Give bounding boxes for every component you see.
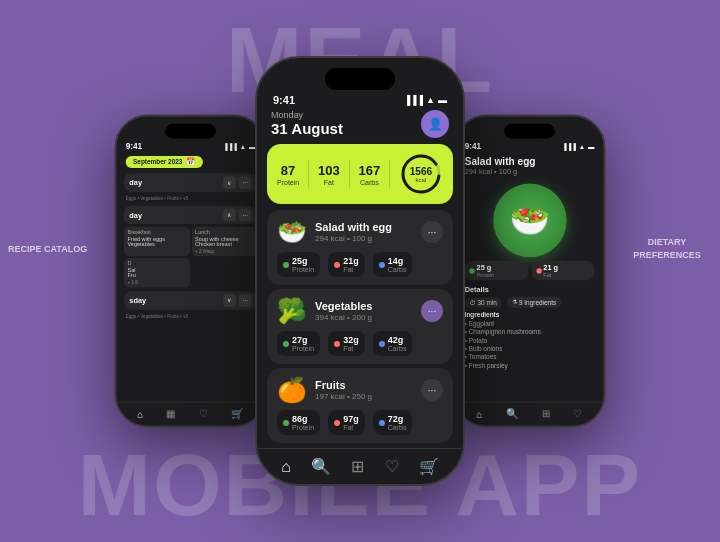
right-macros: 25 g Protein 21 g Fat <box>455 261 603 280</box>
food-card-vegetables: 🥦 Vegetables 394 kcal • 200 g ··· 27gPro… <box>267 289 453 364</box>
food-card-fruits: 🍊 Fruits 197 kcal • 250 g ··· 86gProtein… <box>267 368 453 443</box>
right-fat-label: Fat <box>543 272 558 278</box>
veg-carbs-value: 42g <box>388 335 407 345</box>
salad-kcal: 294 kcal • 100 g <box>315 234 392 243</box>
meal-lunch-item2: Chicken breast <box>195 242 253 248</box>
fruit-fat-dot <box>334 420 340 426</box>
status-time-right: 9:41 <box>465 141 482 150</box>
veg-protein-label: Protein <box>292 345 314 352</box>
nav-search-center[interactable]: 🔍 <box>311 457 331 476</box>
nav-heart-right[interactable]: ♡ <box>573 408 582 420</box>
battery-icon-center: ▬ <box>438 95 447 105</box>
status-bar-center: 9:41 ▐▐▐ ▲ ▬ <box>257 90 463 106</box>
fruit-carbs-label: Carbs <box>388 424 407 431</box>
veg-carbs-dot <box>379 341 385 347</box>
fat-dot <box>334 262 340 268</box>
left-day-3-items: Eggs • Vegetables • Fruits • +5 <box>124 312 257 319</box>
meal-lunch-more: + 2 блюд <box>195 248 253 254</box>
salad-carbs: 14g Carbs <box>373 252 413 277</box>
center-avatar[interactable]: 👤 <box>421 110 449 138</box>
status-bar-left: 9:41 ▐▐▐ ▲ ▬ <box>116 139 264 151</box>
nav-cart-icon-left[interactable]: 🛒 <box>231 408 244 420</box>
nav-home-center[interactable]: ⌂ <box>281 458 291 476</box>
food-card-veg-left: 🥦 Vegetables 394 kcal • 200 g <box>277 297 372 325</box>
veg-more-btn[interactable]: ··· <box>421 300 443 322</box>
right-fat-data: 21 g Fat <box>543 264 558 278</box>
more-btn-1[interactable]: ··· <box>239 176 252 189</box>
calendar-icon: 📅 <box>186 158 195 166</box>
collapse-btn-2[interactable]: ∧ <box>223 208 236 221</box>
right-protein-data: 25 g Protein <box>477 264 494 278</box>
stat-carbs: 167 Carbs <box>358 163 380 186</box>
fruit-carbs: 72gCarbs <box>373 410 413 435</box>
left-bottom-nav: ⌂ ▦ ♡ 🛒 <box>116 402 264 426</box>
salad-emoji: 🥗 <box>277 218 307 246</box>
fruit-kcal: 197 kcal • 250 g <box>315 392 372 401</box>
nav-add-right[interactable]: ⊞ <box>542 408 550 420</box>
nav-heart-icon-left[interactable]: ♡ <box>199 408 208 420</box>
time-badge: ⏱ 30 min <box>465 297 502 307</box>
left-day-1-items: Eggs • Vegetables • Fruits • +5 <box>124 195 257 202</box>
expand-btn-3[interactable]: ∨ <box>223 294 236 307</box>
dynamic-island-right <box>504 124 555 139</box>
kcal-ring-svg <box>399 152 443 196</box>
meal-cell-breakfast: Breakfast Fried with eggs Vegetables <box>124 227 190 256</box>
right-protein-label: Protein <box>477 272 494 278</box>
more-btn-2[interactable]: ··· <box>239 208 252 221</box>
wifi-icon-right: ▲ <box>579 143 585 149</box>
food-salad-info: Salad with egg 294 kcal • 100 g <box>315 221 392 243</box>
nav-home-right[interactable]: ⌂ <box>476 409 482 420</box>
status-icons-right: ▐▐▐ ▲ ▬ <box>562 143 594 149</box>
ingredients-icon: ⚗ <box>512 299 518 306</box>
left-day-row-3: sday ∨ ··· <box>124 291 257 309</box>
right-phone-content: Salad with egg 294 kcal • 100 g 🥗 25 g P… <box>455 150 603 427</box>
right-protein-value: 25 g <box>477 264 494 272</box>
left-date-input[interactable]: September 2023 📅 <box>126 156 203 168</box>
stats-card: 87 Protein 103 Fat 167 Carbs 15 <box>267 144 453 204</box>
nav-search-right[interactable]: 🔍 <box>506 408 519 420</box>
fruit-fat-value: 97g <box>343 414 359 424</box>
ingredient-3: Potato <box>465 337 595 343</box>
left-header: September 2023 📅 <box>116 152 264 171</box>
svg-point-1 <box>403 156 439 192</box>
veg-fat-label: Fat <box>343 345 359 352</box>
nav-home-icon-left[interactable]: ⌂ <box>137 409 143 420</box>
fruit-fat: 97gFat <box>328 410 365 435</box>
fruit-more-btn[interactable]: ··· <box>421 379 443 401</box>
status-icons-left: ▐▐▐ ▲ ▬ <box>223 143 255 149</box>
nav-calendar-icon-left[interactable]: ▦ <box>166 408 175 420</box>
right-fat-value: 21 g <box>543 264 558 272</box>
ingredient-6: Fresh parsley <box>465 362 595 368</box>
nav-add-center[interactable]: ⊞ <box>351 457 364 476</box>
details-meta: ⏱ 30 min ⚗ 9 Ingredients <box>465 297 595 308</box>
salad-protein-value: 25g <box>292 256 314 266</box>
ingredient-2: Champignon mushrooms <box>465 329 595 335</box>
food-card-fruit-header: 🍊 Fruits 197 kcal • 250 g ··· <box>277 376 443 404</box>
veg-emoji: 🥦 <box>277 297 307 325</box>
right-title: Salad with egg <box>465 156 595 167</box>
right-fat-dot <box>536 268 542 274</box>
salad-fat-value: 21g <box>343 256 359 266</box>
meal-lunch-title: Lunch <box>195 230 253 236</box>
time-value: 30 min <box>478 299 497 305</box>
veg-fat: 32gFat <box>328 331 365 356</box>
kcal-ring: 1566 kcal <box>399 152 443 196</box>
salad-more-btn[interactable]: ··· <box>421 221 443 243</box>
fruit-carbs-value: 72g <box>388 414 407 424</box>
stat-fat-value: 103 <box>318 163 340 178</box>
nav-cart-center[interactable]: 🛒 <box>419 457 439 476</box>
nav-heart-center[interactable]: ♡ <box>385 457 399 476</box>
stat-protein-label: Protein <box>277 179 299 186</box>
center-header: Monday 31 August 👤 <box>257 106 463 138</box>
food-card-fruit-left: 🍊 Fruits 197 kcal • 250 g <box>277 376 372 404</box>
expand-btn-1[interactable]: ∨ <box>223 176 236 189</box>
more-btn-3[interactable]: ··· <box>239 294 252 307</box>
salad-macros: 25g Protein 21g Fat 14g Carbs <box>277 252 443 277</box>
details-section: Details ⏱ 30 min ⚗ 9 Ingredients Ingredi… <box>455 286 603 369</box>
salad-fat-label: Fat <box>343 266 359 273</box>
veg-protein-dot <box>283 341 289 347</box>
details-title: Details <box>465 286 595 294</box>
fruit-emoji: 🍊 <box>277 376 307 404</box>
salad-fat-data: 21g Fat <box>343 256 359 273</box>
meal-dinner-item2: Fru <box>127 273 185 279</box>
